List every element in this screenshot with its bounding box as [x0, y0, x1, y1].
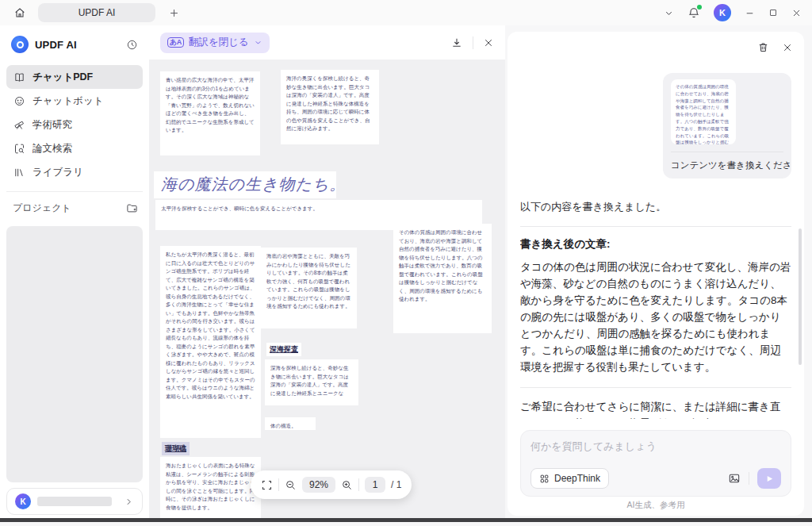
doc-paragraph-deep-sea: 深海を探検し続けると、奇妙な生き物に出会います。巨大なタコは深海の「変装の達人」… — [265, 359, 358, 405]
chat-input-card: DeepThink — [520, 430, 791, 497]
chat-header — [757, 41, 793, 53]
sidebar-item-library[interactable]: ライブラリ — [6, 160, 143, 184]
rewrite-body: タコの体の色は周囲の状況に合わせて変化し、海岸の岩や海藻、砂などの自然のものにう… — [520, 259, 791, 375]
input-toolbar-right — [728, 468, 781, 489]
avatar-letter: K — [719, 8, 726, 17]
sidebar-item-label: チャットPDF — [33, 71, 93, 84]
chevron-down-icon[interactable] — [664, 8, 674, 18]
response-divider — [520, 387, 791, 388]
close-translation-label: 翻訳を閉じる — [189, 36, 249, 49]
chat-scrollbar[interactable] — [799, 228, 802, 365]
user-message-card: その体の質感は周囲の環境に合わせており、海底の岩や海藻と調和して自然の捕食者を巧… — [663, 73, 791, 179]
user-message-text: コンテンツを書き換えください — [671, 152, 783, 171]
chat-input[interactable] — [530, 440, 781, 452]
brand-name: UPDF AI — [35, 39, 77, 51]
zoom-level[interactable]: 92% — [302, 477, 335, 493]
projects-label: プロジェクト — [13, 202, 71, 215]
chevron-right-icon — [124, 497, 134, 507]
pdf-canvas: 青い惑星の広大な海洋の中で、太平洋は地球表面の約3分の1を占めています。その深く… — [149, 60, 505, 522]
zoom-in-icon[interactable] — [341, 479, 353, 491]
document-search-icon — [13, 143, 25, 155]
doc-paragraph-tadpole: 海おたまじゃくしの表面にある特殊な粘液は、シーメランの触手による刺胞から肌を守り… — [160, 457, 261, 522]
maximize-icon[interactable] — [768, 8, 778, 17]
sidebar-item-label: 学術研究 — [33, 118, 72, 132]
notifications-bell-icon[interactable] — [688, 6, 700, 19]
doc-paragraph-coral: 私たちが太平洋の奥深く潜ると、最初に目に入るのは壮大で色とりどりのサンゴ礁生態系… — [160, 246, 261, 438]
telescope-icon — [13, 119, 25, 131]
zoombar-divider — [278, 478, 279, 491]
online-status-dot — [697, 5, 702, 10]
close-translation-button[interactable]: あA 翻訳を閉じる — [160, 33, 270, 53]
sidebar-item-label: 論文検索 — [33, 142, 72, 155]
deepthink-icon — [539, 474, 550, 484]
ai-chat-panel: その体の質感は周囲の環境に合わせており、海底の岩や海藻と調和して自然の捕食者を巧… — [508, 32, 804, 516]
new-tab-icon[interactable] — [168, 7, 180, 19]
close-viewer-icon[interactable] — [483, 37, 494, 48]
deepthink-toggle[interactable]: DeepThink — [530, 468, 609, 489]
fit-page-icon[interactable] — [261, 479, 273, 491]
new-project-folder-icon[interactable] — [126, 202, 138, 214]
viewer-toolbar-right — [450, 36, 494, 49]
close-chat-icon[interactable] — [782, 42, 793, 53]
home-icon[interactable] — [10, 2, 30, 23]
doc-paragraph-top-right: 海洋の奥深くを探検し続けると、奇妙な生き物に出会います。巨大タコは深海の「変装の… — [281, 70, 379, 144]
brand-row: UPDF AI — [0, 25, 149, 60]
app-window: UPDF AI K — [0, 0, 812, 526]
doc-heading-deep-sea: 深海探査 — [266, 343, 301, 356]
download-icon[interactable] — [450, 36, 463, 49]
translate-icon: あA — [167, 37, 184, 48]
user-name-redacted — [37, 497, 112, 506]
book-icon — [13, 71, 25, 83]
sidebar-item-label: チャットボット — [33, 94, 104, 108]
response-divider — [520, 226, 791, 227]
user-avatar[interactable]: K — [714, 4, 731, 21]
viewer-toolbar: あA 翻訳を閉じる — [149, 25, 505, 60]
chat-message-list: その体の質感は周囲の環境に合わせており、海底の岩や海藻と調和して自然の捕食者を巧… — [520, 60, 791, 419]
sidebar-nav: チャットPDF チャットボット 学術研究 論文検索 ライブラリ — [0, 60, 149, 184]
doc-caption-body: 体の構造。 — [265, 417, 316, 430]
sidebar-item-chat-pdf[interactable]: チャットPDF — [6, 65, 143, 89]
main-area: UPDF AI チャットPDF チャットボット 学術研究 — [0, 25, 812, 522]
input-divider — [749, 472, 749, 485]
titlebar-controls: K — [664, 4, 812, 21]
page-total: / 1 — [391, 479, 401, 490]
ai-intro-text: 以下の内容を書き換えました。 — [520, 200, 791, 214]
sidebar-item-label: ライブラリ — [33, 166, 83, 179]
toolbar-divider — [473, 36, 473, 49]
tab-updf-ai[interactable]: UPDF AI — [38, 3, 155, 22]
delete-chat-icon[interactable] — [757, 41, 769, 53]
doc-paragraph-top-left: 青い惑星の広大な海洋の中で、太平洋は地球表面の約3分の1を占めています。その深く… — [160, 71, 260, 155]
sidebar-item-chatbot[interactable]: チャットボット — [6, 89, 143, 113]
close-window-icon[interactable] — [791, 8, 802, 18]
updf-logo-icon — [11, 36, 29, 53]
send-button[interactable] — [757, 468, 781, 489]
user-profile-card[interactable]: K — [6, 488, 143, 515]
doc-heading-coral-reef: 珊瑚礁 — [162, 442, 190, 455]
library-icon — [13, 167, 25, 179]
quoted-text-preview: その体の質感は周囲の環境に合わせており、海底の岩や海藻と調和して自然の捕食者を巧… — [671, 79, 736, 144]
projects-row: プロジェクト — [0, 192, 149, 215]
add-image-icon[interactable] — [728, 472, 741, 485]
sidebar: UPDF AI チャットPDF チャットボット 学術研究 — [0, 25, 149, 522]
page-number-input[interactable]: 1 — [365, 477, 385, 493]
zoom-out-icon[interactable] — [285, 479, 297, 491]
ai-outro-text: ご希望に合わせてさらに簡潔に、または詳細に書き直すことも可能です。ご指示があれば… — [520, 398, 791, 419]
doc-title-block: 海の魔法の生き物たち。 — [154, 171, 336, 198]
zoom-toolbar: 92% 1 / 1 — [251, 470, 412, 499]
minimize-icon[interactable] — [745, 8, 755, 18]
input-toolbar: DeepThink — [530, 468, 781, 489]
send-icon — [765, 474, 774, 483]
sidebar-item-paper-search[interactable]: 論文検索 — [6, 136, 143, 160]
projects-empty-panel — [6, 226, 143, 482]
deepthink-label: DeepThink — [554, 473, 600, 484]
user-avatar-small: K — [15, 493, 31, 509]
chatbot-icon — [13, 95, 25, 107]
window-bottom-edge — [0, 518, 812, 522]
zoombar-divider — [358, 478, 359, 491]
titlebar: UPDF AI K — [0, 0, 812, 25]
doc-paragraph-octopus-b: その体の質感は周囲の環境に合わせており、海底の岩や海藻と調和して自然の捕食者を巧… — [393, 224, 492, 333]
avatar-letter: K — [20, 497, 25, 506]
rewrite-heading: 書き換え後の文章: — [520, 237, 791, 251]
sidebar-item-academic-research[interactable]: 学術研究 — [6, 113, 143, 136]
history-clock-icon[interactable] — [126, 39, 138, 51]
